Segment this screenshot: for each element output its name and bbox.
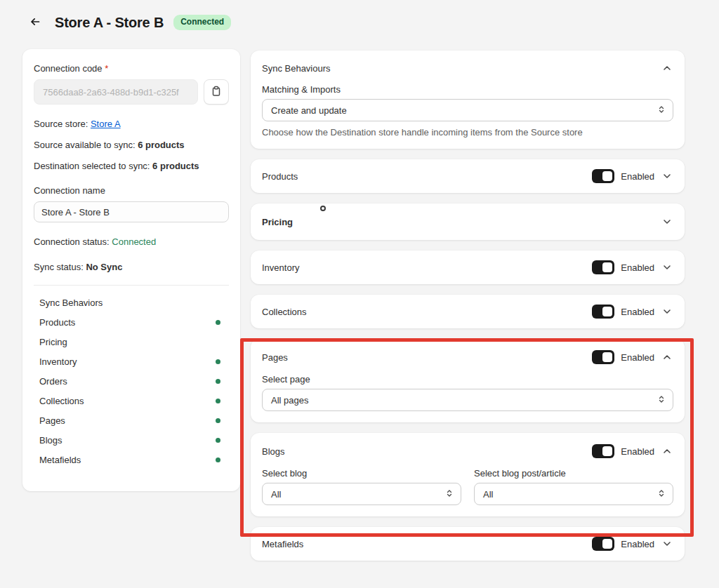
- collections-toggle-label: Enabled: [621, 307, 654, 317]
- page-header: Store A - Store B Connected: [25, 13, 231, 32]
- select-blog-post-label: Select blog post/article: [474, 468, 673, 479]
- connection-code-label: Connection code *: [34, 63, 229, 74]
- toggle-knob: [602, 352, 612, 362]
- connection-name-input[interactable]: [34, 201, 229, 222]
- settings-column: Sync Behaviours Matching & Imports Creat…: [251, 51, 685, 561]
- select-blog-select[interactable]: All: [262, 483, 461, 505]
- blogs-toggle[interactable]: [592, 444, 614, 458]
- metafields-toggle[interactable]: [592, 537, 614, 551]
- blogs-card: Blogs Enabled Select blog All: [251, 433, 685, 516]
- chevron-up-icon[interactable]: [661, 351, 673, 363]
- inventory-toggle[interactable]: [592, 260, 614, 274]
- collections-card: Collections Enabled: [251, 295, 685, 328]
- divider: [34, 285, 229, 286]
- blogs-title: Blogs: [262, 446, 285, 457]
- chevron-up-icon[interactable]: [661, 445, 673, 457]
- sync-behaviours-card: Sync Behaviours Matching & Imports Creat…: [251, 51, 685, 149]
- products-title: Products: [262, 171, 298, 182]
- select-blog-label: Select blog: [262, 468, 461, 479]
- matching-imports-select[interactable]: Create and update: [262, 99, 673, 121]
- products-toggle-label: Enabled: [621, 171, 654, 182]
- arrow-left-icon: [29, 15, 41, 30]
- toggle-knob: [602, 307, 612, 316]
- select-blog-post-select[interactable]: All: [474, 483, 673, 505]
- sidebar-item-metafields[interactable]: Metafields: [34, 450, 229, 469]
- sidebar-item-products[interactable]: Products: [34, 312, 229, 332]
- inventory-title: Inventory: [262, 262, 299, 273]
- select-caret-icon: [445, 489, 454, 500]
- pages-title: Pages: [262, 352, 288, 363]
- connection-panel: Connection code * Source store: Store A …: [22, 49, 240, 491]
- destination-selected-line: Destination selected to sync: 6 products: [34, 161, 229, 171]
- select-caret-icon: [657, 105, 666, 116]
- status-dot: [216, 359, 220, 364]
- toggle-knob: [602, 539, 612, 549]
- inventory-card: Inventory Enabled: [251, 250, 685, 284]
- collections-title: Collections: [262, 307, 307, 317]
- connection-status-line: Connection status: Connected: [34, 236, 229, 247]
- sync-status-value: No Sync: [86, 262, 122, 272]
- sidebar-item-blogs[interactable]: Blogs: [34, 430, 229, 450]
- sync-behaviours-title: Sync Behaviours: [262, 63, 331, 74]
- metafields-toggle-label: Enabled: [621, 539, 654, 549]
- status-dot: [216, 379, 220, 384]
- metafields-card: Metafields Enabled: [251, 527, 685, 561]
- select-caret-icon: [657, 395, 666, 406]
- clipboard-icon: [211, 86, 222, 99]
- page-title: Store A - Store B: [55, 15, 164, 31]
- toggle-knob: [602, 262, 612, 272]
- copy-button[interactable]: [204, 79, 229, 105]
- status-badge: Connected: [173, 15, 231, 30]
- connection-name-label: Connection name: [34, 185, 229, 196]
- pages-card: Pages Enabled Select page All pages: [251, 339, 685, 422]
- products-toggle[interactable]: [592, 169, 614, 183]
- chevron-down-icon[interactable]: [661, 170, 673, 182]
- chevron-down-icon[interactable]: [661, 261, 673, 274]
- select-page-select[interactable]: All pages: [262, 389, 673, 411]
- chevron-down-icon[interactable]: [661, 305, 673, 318]
- pricing-card: Pricing: [251, 203, 685, 240]
- matching-imports-help: Choose how the Destination store handle …: [262, 127, 673, 138]
- collections-toggle[interactable]: [592, 305, 614, 319]
- chevron-down-icon[interactable]: [661, 215, 673, 228]
- connection-code-input[interactable]: [34, 79, 198, 105]
- matching-imports-label: Matching & Imports: [262, 84, 673, 95]
- select-page-label: Select page: [262, 374, 673, 385]
- status-dot: [216, 438, 220, 443]
- chevron-up-icon[interactable]: [661, 62, 673, 74]
- sidebar-item-collections[interactable]: Collections: [34, 391, 229, 410]
- blogs-toggle-label: Enabled: [621, 446, 654, 457]
- back-button[interactable]: [25, 13, 45, 32]
- source-store-line: Source store: Store A: [34, 119, 229, 129]
- sidebar-item-pricing[interactable]: Pricing: [34, 332, 229, 352]
- sidebar-item-pages[interactable]: Pages: [34, 410, 229, 430]
- chevron-down-icon[interactable]: [661, 537, 673, 550]
- toggle-knob: [602, 171, 612, 181]
- status-dot: [216, 320, 220, 325]
- inventory-toggle-label: Enabled: [621, 262, 654, 273]
- status-dot: [216, 418, 220, 423]
- sidebar-item-sync-behaviors[interactable]: Sync Behaviors: [34, 293, 229, 312]
- sidebar-item-inventory[interactable]: Inventory: [34, 352, 229, 371]
- status-dot: [216, 457, 220, 462]
- required-asterisk: *: [105, 63, 108, 74]
- status-dot: [216, 399, 220, 403]
- source-available-line: Source available to sync: 6 products: [34, 140, 229, 150]
- sidebar-item-orders[interactable]: Orders: [34, 371, 229, 391]
- toggle-knob: [602, 446, 612, 456]
- select-caret-icon: [657, 489, 666, 500]
- source-store-link[interactable]: Store A: [91, 119, 121, 129]
- connection-status-value: Connected: [112, 236, 156, 247]
- sync-status-line: Sync status: No Sync: [34, 262, 229, 272]
- metafields-title: Metafields: [262, 539, 303, 549]
- sidebar-nav: Sync Behaviors Products Pricing Inventor…: [34, 293, 229, 469]
- pages-toggle[interactable]: [592, 350, 614, 364]
- cursor-dot: [320, 206, 326, 211]
- products-card: Products Enabled: [251, 159, 685, 193]
- pricing-title: Pricing: [262, 217, 293, 227]
- pages-toggle-label: Enabled: [621, 352, 654, 363]
